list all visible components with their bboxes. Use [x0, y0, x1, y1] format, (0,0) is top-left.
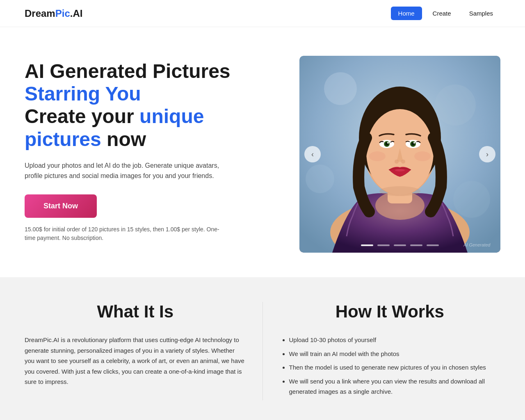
logo-ai: .AI	[70, 8, 83, 19]
svg-point-18	[413, 142, 415, 144]
nav-samples[interactable]: Samples	[462, 7, 500, 20]
navbar: DreamPic.AI Home Create Samples	[0, 0, 525, 27]
svg-point-4	[453, 181, 490, 218]
logo-pic: Pic	[55, 8, 70, 19]
start-now-button[interactable]: Start Now	[25, 194, 97, 218]
how-step-3: Then the model is used to generate new p…	[289, 362, 501, 373]
portrait-svg: AI Generated	[299, 56, 500, 253]
svg-point-3	[306, 164, 334, 193]
hero-section: AI Generated Pictures Starring You Creat…	[0, 27, 525, 277]
carousel-dot-2[interactable]	[377, 244, 390, 246]
carousel-next-button[interactable]: ›	[479, 146, 495, 162]
headline-starring: Starring You	[25, 83, 141, 105]
info-section: What It Is DreamPic.AI is a revolutionar…	[0, 277, 525, 420]
headline-now: now	[101, 128, 146, 150]
nav-home[interactable]: Home	[391, 7, 422, 20]
how-it-works-panel: How It Works Upload 10-30 photos of your…	[279, 302, 501, 400]
svg-point-14	[387, 142, 389, 144]
how-it-works-title: How It Works	[279, 302, 501, 322]
svg-point-20	[401, 160, 405, 164]
carousel-dot-5[interactable]	[427, 244, 439, 246]
svg-point-24	[379, 186, 420, 196]
carousel-dot-1[interactable]	[361, 244, 373, 246]
svg-point-23	[414, 151, 431, 161]
what-it-is-text: DreamPic.AI is a revolutionary platform …	[25, 335, 246, 387]
svg-point-19	[395, 160, 399, 164]
hero-description: Upload your photos and let AI do the job…	[25, 160, 226, 181]
svg-point-2	[435, 84, 476, 126]
carousel-dots	[361, 244, 439, 246]
carousel-prev-button[interactable]: ‹	[304, 146, 321, 162]
carousel-dot-4[interactable]	[410, 244, 422, 246]
logo: DreamPic.AI	[25, 8, 82, 19]
svg-point-1	[324, 72, 357, 105]
what-it-is-title: What It Is	[25, 302, 246, 322]
how-it-works-list: Upload 10-30 photos of yourself We will …	[279, 335, 501, 397]
svg-point-21	[395, 169, 405, 171]
svg-point-22	[369, 151, 386, 161]
vertical-divider	[262, 302, 263, 400]
logo-dream: Dream	[25, 8, 55, 19]
hero-headline: AI Generated Pictures Starring You Creat…	[25, 60, 275, 151]
price-note: 15.00$ for initial order of 120 pictures…	[25, 225, 226, 242]
headline-create: Create your	[25, 105, 139, 127]
image-carousel: AI Generated ‹ ›	[299, 56, 500, 253]
svg-text:AI Generated: AI Generated	[463, 242, 491, 247]
how-step-4: We will send you a link where you can vi…	[289, 376, 501, 397]
nav-create[interactable]: Create	[425, 7, 459, 20]
headline-line1: AI Generated Pictures	[25, 60, 231, 82]
how-step-1: Upload 10-30 photos of yourself	[289, 335, 501, 345]
what-it-is-panel: What It Is DreamPic.AI is a revolutionar…	[25, 302, 246, 400]
how-step-2: We will train an AI model with the photo…	[289, 349, 501, 359]
carousel-image: AI Generated	[299, 56, 500, 253]
nav-links: Home Create Samples	[391, 7, 500, 20]
carousel-dot-3[interactable]	[394, 244, 406, 246]
hero-text: AI Generated Pictures Starring You Creat…	[25, 56, 275, 242]
